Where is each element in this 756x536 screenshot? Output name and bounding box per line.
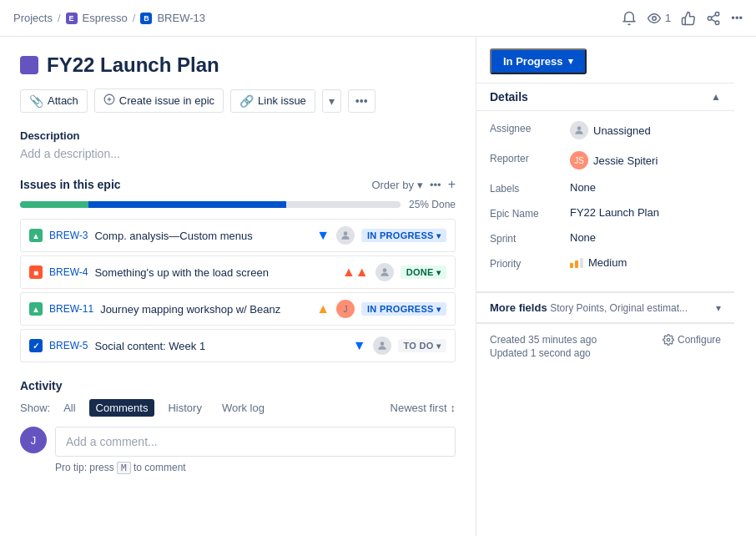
svg-line-5	[712, 14, 716, 17]
order-by-row: Order by ▾ ••• +	[371, 177, 456, 192]
issue-priority-brew3: ▼	[316, 228, 330, 243]
create-issue-button[interactable]: Create issue in epic	[94, 88, 224, 113]
pro-tip: Pro tip: press M to comment	[20, 462, 456, 473]
svg-point-13	[667, 338, 670, 341]
filter-history-button[interactable]: History	[161, 399, 208, 417]
svg-point-9	[344, 231, 348, 235]
right-footer: Created 35 minutes ago Updated 1 second …	[476, 323, 734, 369]
sprint-row: Sprint None	[490, 231, 721, 245]
thumbsup-icon[interactable]	[681, 11, 696, 26]
svg-point-0	[653, 16, 657, 20]
issue-status-brew3[interactable]: IN PROGRESS ▾	[361, 229, 446, 242]
epic-name-value[interactable]: FY22 Launch Plan	[570, 206, 721, 219]
issue-avatar-brew4	[375, 263, 394, 281]
right-panel: In Progress ▾ Details ▲ Assignee	[476, 37, 734, 536]
details-title: Details	[490, 90, 528, 104]
svg-line-4	[712, 19, 716, 22]
issue-type-story2-icon: ▲	[29, 302, 43, 316]
link-issue-button[interactable]: 🔗 Link issue	[230, 89, 315, 113]
issue-key-brew11[interactable]: BREW-11	[49, 303, 93, 315]
more-fields-label: More fields Story Points, Original estim…	[490, 301, 688, 314]
issue-row: ■ BREW-4 Something's up with the load sc…	[20, 255, 456, 289]
share-icon[interactable]	[706, 11, 721, 26]
configure-button[interactable]: Configure	[663, 334, 721, 346]
issue-type-task-icon: ✓	[29, 339, 43, 352]
issue-status-brew11[interactable]: IN PROGRESS ▾	[361, 302, 446, 316]
comment-placeholder: Add a comment...	[66, 435, 158, 448]
activity-section: Activity Show: All Comments History Work…	[20, 379, 456, 473]
assignee-value[interactable]: Unassigned	[570, 121, 721, 139]
breadcrumb-espresso[interactable]: Espresso	[83, 12, 128, 24]
reporter-avatar: JS	[570, 151, 588, 169]
paperclip-icon: 📎	[29, 94, 43, 108]
more-actions-button[interactable]: •••	[348, 89, 375, 113]
actions-dropdown-button[interactable]: ▾	[322, 89, 341, 113]
attach-button[interactable]: 📎 Attach	[20, 89, 88, 113]
watch-icon[interactable]: 1	[647, 11, 671, 26]
issue-key-brew4[interactable]: BREW-4	[49, 266, 88, 278]
more-nav-icon[interactable]: •••	[731, 12, 743, 24]
issues-title: Issues in this epic	[20, 178, 121, 191]
breadcrumb-ticket[interactable]: BREW-13	[157, 12, 205, 24]
issue-priority-brew11: ▲	[316, 301, 330, 316]
description-placeholder[interactable]: Add a description...	[20, 147, 456, 160]
breadcrumb-projects[interactable]: Projects	[13, 12, 53, 24]
description-label: Description	[20, 129, 456, 142]
notification-icon[interactable]	[622, 11, 637, 26]
watch-count: 1	[665, 12, 671, 24]
sprint-value[interactable]: None	[570, 231, 721, 244]
issue-row: ✓ BREW-5 Social content: Week 1 ▼ TO DO …	[20, 329, 456, 362]
reporter-row: Reporter JS Jessie Spiteri	[490, 151, 721, 169]
order-by-chevron[interactable]: ▾	[417, 179, 423, 191]
nav-actions: 1 •••	[622, 11, 743, 26]
epic-title: FY22 Launch Plan	[47, 53, 219, 77]
priority-bars-icon	[570, 258, 583, 268]
issue-key-brew5[interactable]: BREW-5	[49, 340, 88, 351]
issue-avatar-brew11: J	[336, 300, 355, 318]
sprint-text: None	[570, 231, 596, 244]
issue-type-story-icon: ▲	[29, 229, 43, 242]
svg-point-2	[708, 16, 713, 20]
action-bar: 📎 Attach Create issue in epic 🔗 Link iss…	[20, 88, 456, 113]
issue-avatar-brew5	[373, 336, 391, 355]
top-nav: Projects / E Espresso / B BREW-13 1 •••	[0, 0, 756, 37]
progress-pct: 25% Done	[409, 199, 456, 210]
epic-name-label: Epic Name	[490, 206, 565, 220]
details-body: Assignee Unassigned Reporter JS Jessie S…	[476, 111, 734, 291]
issue-status-brew5[interactable]: TO DO ▾	[398, 339, 446, 352]
issue-key-brew3[interactable]: BREW-3	[49, 230, 88, 241]
issue-status-brew4[interactable]: DONE ▾	[401, 265, 446, 279]
sort-icon: ↕	[451, 402, 456, 414]
labels-label: Labels	[490, 181, 565, 195]
configure-label: Configure	[678, 334, 721, 346]
issue-avatar-brew3	[336, 226, 355, 245]
issues-add-icon[interactable]: +	[448, 177, 456, 192]
reporter-label: Reporter	[490, 151, 565, 164]
issue-summary-brew4: Something's up with the load screen	[94, 266, 335, 279]
issues-header: Issues in this epic Order by ▾ ••• +	[20, 177, 456, 192]
comment-row: J Add a comment...	[20, 427, 456, 457]
link-icon: 🔗	[239, 94, 254, 108]
priority-value[interactable]: Medium	[570, 256, 721, 269]
labels-value[interactable]: None	[570, 181, 721, 194]
labels-row: Labels None	[490, 181, 721, 195]
priority-label: Priority	[490, 256, 565, 270]
issue-row: ▲ BREW-11 Journey mapping workshop w/ Be…	[20, 292, 456, 326]
created-text: Created 35 minutes ago	[490, 334, 597, 346]
epic-color-box	[20, 56, 38, 74]
assignee-row: Assignee Unassigned	[490, 121, 721, 139]
details-header[interactable]: Details ▲	[476, 83, 734, 111]
more-fields-row[interactable]: More fields Story Points, Original estim…	[476, 292, 734, 322]
details-chevron-icon: ▲	[711, 91, 721, 103]
status-pill-button[interactable]: In Progress ▾	[490, 48, 587, 74]
issues-more-icon[interactable]: •••	[430, 179, 441, 191]
comment-input[interactable]: Add a comment...	[55, 427, 456, 457]
filter-worklog-button[interactable]: Work log	[215, 399, 271, 417]
progress-bar-blue	[88, 201, 286, 208]
reporter-value[interactable]: JS Jessie Spiteri	[570, 151, 721, 169]
filter-comments-button[interactable]: Comments	[89, 399, 155, 417]
newest-first-sort[interactable]: Newest first ↕	[391, 402, 456, 414]
more-fields-sub: Story Points, Original estimat...	[550, 302, 688, 314]
filter-all-button[interactable]: All	[57, 399, 82, 417]
show-label: Show:	[20, 402, 50, 414]
